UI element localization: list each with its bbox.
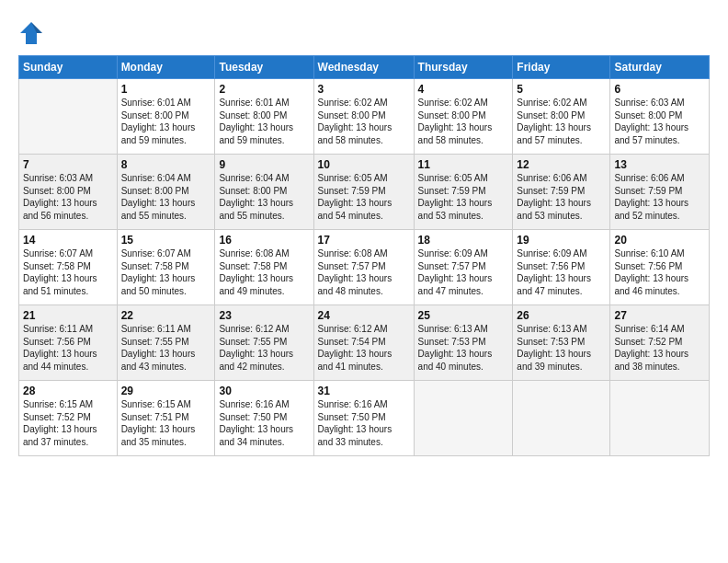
calendar-cell: 30Sunrise: 6:16 AM Sunset: 7:50 PM Dayli… [215, 381, 313, 456]
day-number: 4 [418, 83, 509, 96]
day-info: Sunrise: 6:15 AM Sunset: 7:51 PM Dayligh… [121, 398, 211, 448]
day-info: Sunrise: 6:05 AM Sunset: 7:59 PM Dayligh… [318, 172, 410, 222]
day-info: Sunrise: 6:08 AM Sunset: 7:58 PM Dayligh… [219, 247, 309, 297]
day-number: 29 [121, 385, 211, 397]
weekday-header-tuesday: Tuesday [215, 56, 313, 79]
day-info: Sunrise: 6:12 AM Sunset: 7:55 PM Dayligh… [219, 323, 309, 373]
day-number: 12 [517, 158, 606, 171]
calendar-cell: 28Sunrise: 6:15 AM Sunset: 7:52 PM Dayli… [19, 381, 118, 456]
page: SundayMondayTuesdayWednesdayThursdayFrid… [0, 0, 728, 465]
calendar-cell: 29Sunrise: 6:15 AM Sunset: 7:51 PM Dayli… [117, 381, 215, 456]
calendar-cell: 16Sunrise: 6:08 AM Sunset: 7:58 PM Dayli… [215, 230, 313, 305]
day-info: Sunrise: 6:03 AM Sunset: 8:00 PM Dayligh… [614, 97, 705, 146]
calendar-cell: 23Sunrise: 6:12 AM Sunset: 7:55 PM Dayli… [215, 305, 313, 381]
day-number: 16 [219, 234, 309, 247]
day-info: Sunrise: 6:06 AM Sunset: 7:59 PM Dayligh… [614, 172, 705, 222]
day-number: 21 [23, 309, 113, 322]
day-number: 23 [219, 309, 309, 322]
calendar-cell: 7Sunrise: 6:03 AM Sunset: 8:00 PM Daylig… [19, 155, 118, 230]
weekday-header-row: SundayMondayTuesdayWednesdayThursdayFrid… [19, 56, 710, 79]
weekday-header-monday: Monday [117, 56, 215, 79]
weekday-header-saturday: Saturday [610, 56, 710, 79]
day-number: 17 [318, 234, 410, 247]
calendar-cell: 5Sunrise: 6:02 AM Sunset: 8:00 PM Daylig… [513, 79, 610, 155]
day-number: 28 [23, 385, 113, 397]
day-number: 2 [219, 83, 309, 96]
day-number: 1 [121, 83, 211, 96]
day-info: Sunrise: 6:07 AM Sunset: 7:58 PM Dayligh… [121, 247, 211, 297]
day-number: 6 [614, 83, 705, 96]
week-row-1: 1Sunrise: 6:01 AM Sunset: 8:00 PM Daylig… [19, 79, 710, 155]
day-number: 7 [23, 158, 113, 171]
day-number: 26 [517, 309, 606, 322]
day-info: Sunrise: 6:02 AM Sunset: 8:00 PM Dayligh… [318, 97, 410, 146]
calendar-cell: 11Sunrise: 6:05 AM Sunset: 7:59 PM Dayli… [414, 155, 513, 230]
day-info: Sunrise: 6:10 AM Sunset: 7:56 PM Dayligh… [614, 247, 705, 297]
day-info: Sunrise: 6:11 AM Sunset: 7:56 PM Dayligh… [23, 323, 113, 373]
week-row-2: 7Sunrise: 6:03 AM Sunset: 8:00 PM Daylig… [19, 155, 710, 230]
calendar-cell: 1Sunrise: 6:01 AM Sunset: 8:00 PM Daylig… [117, 79, 215, 155]
day-info: Sunrise: 6:07 AM Sunset: 7:58 PM Dayligh… [23, 247, 113, 297]
day-number: 27 [614, 309, 705, 322]
day-number: 20 [614, 234, 705, 247]
calendar-cell: 6Sunrise: 6:03 AM Sunset: 8:00 PM Daylig… [610, 79, 710, 155]
day-number: 24 [318, 309, 410, 322]
weekday-header-friday: Friday [513, 56, 610, 79]
day-info: Sunrise: 6:09 AM Sunset: 7:57 PM Dayligh… [418, 247, 509, 297]
day-info: Sunrise: 6:16 AM Sunset: 7:50 PM Dayligh… [318, 398, 410, 448]
day-number: 8 [121, 158, 211, 171]
calendar-cell: 19Sunrise: 6:09 AM Sunset: 7:56 PM Dayli… [513, 230, 610, 305]
weekday-header-thursday: Thursday [414, 56, 513, 79]
day-info: Sunrise: 6:01 AM Sunset: 8:00 PM Dayligh… [219, 97, 309, 146]
day-info: Sunrise: 6:04 AM Sunset: 8:00 PM Dayligh… [219, 172, 309, 222]
calendar-cell: 24Sunrise: 6:12 AM Sunset: 7:54 PM Dayli… [313, 305, 414, 381]
day-number: 19 [517, 234, 606, 247]
day-number: 25 [418, 309, 509, 322]
day-info: Sunrise: 6:06 AM Sunset: 7:59 PM Dayligh… [517, 172, 606, 222]
day-number: 18 [418, 234, 509, 247]
day-number: 15 [121, 234, 211, 247]
calendar-cell [513, 381, 610, 456]
calendar-cell [19, 79, 118, 155]
day-info: Sunrise: 6:01 AM Sunset: 8:00 PM Dayligh… [121, 97, 211, 146]
day-number: 22 [121, 309, 211, 322]
calendar-cell: 4Sunrise: 6:02 AM Sunset: 8:00 PM Daylig… [414, 79, 513, 155]
week-row-5: 28Sunrise: 6:15 AM Sunset: 7:52 PM Dayli… [19, 381, 710, 456]
calendar-cell: 22Sunrise: 6:11 AM Sunset: 7:55 PM Dayli… [117, 305, 215, 381]
calendar-cell: 21Sunrise: 6:11 AM Sunset: 7:56 PM Dayli… [19, 305, 118, 381]
weekday-header-wednesday: Wednesday [313, 56, 414, 79]
calendar-cell: 2Sunrise: 6:01 AM Sunset: 8:00 PM Daylig… [215, 79, 313, 155]
calendar-cell: 9Sunrise: 6:04 AM Sunset: 8:00 PM Daylig… [215, 155, 313, 230]
day-number: 9 [219, 158, 309, 171]
calendar-cell: 13Sunrise: 6:06 AM Sunset: 7:59 PM Dayli… [610, 155, 710, 230]
day-number: 10 [318, 158, 410, 171]
day-info: Sunrise: 6:16 AM Sunset: 7:50 PM Dayligh… [219, 398, 309, 448]
calendar-cell: 27Sunrise: 6:14 AM Sunset: 7:52 PM Dayli… [610, 305, 710, 381]
week-row-3: 14Sunrise: 6:07 AM Sunset: 7:58 PM Dayli… [19, 230, 710, 305]
calendar-cell: 10Sunrise: 6:05 AM Sunset: 7:59 PM Dayli… [313, 155, 414, 230]
calendar-cell: 25Sunrise: 6:13 AM Sunset: 7:53 PM Dayli… [414, 305, 513, 381]
calendar-cell: 18Sunrise: 6:09 AM Sunset: 7:57 PM Dayli… [414, 230, 513, 305]
day-number: 31 [318, 385, 410, 397]
day-info: Sunrise: 6:11 AM Sunset: 7:55 PM Dayligh… [121, 323, 211, 373]
day-number: 13 [614, 158, 705, 171]
calendar-cell [610, 381, 710, 456]
day-info: Sunrise: 6:03 AM Sunset: 8:00 PM Dayligh… [23, 172, 113, 222]
calendar-cell: 26Sunrise: 6:13 AM Sunset: 7:53 PM Dayli… [513, 305, 610, 381]
calendar-cell: 8Sunrise: 6:04 AM Sunset: 8:00 PM Daylig… [117, 155, 215, 230]
day-info: Sunrise: 6:05 AM Sunset: 7:59 PM Dayligh… [418, 172, 509, 222]
day-info: Sunrise: 6:12 AM Sunset: 7:54 PM Dayligh… [318, 323, 410, 373]
calendar-cell: 3Sunrise: 6:02 AM Sunset: 8:00 PM Daylig… [313, 79, 414, 155]
day-info: Sunrise: 6:02 AM Sunset: 8:00 PM Dayligh… [418, 97, 509, 146]
day-info: Sunrise: 6:15 AM Sunset: 7:52 PM Dayligh… [23, 398, 113, 448]
day-info: Sunrise: 6:09 AM Sunset: 7:56 PM Dayligh… [517, 247, 606, 297]
calendar-table: SundayMondayTuesdayWednesdayThursdayFrid… [18, 55, 710, 456]
logo [18, 20, 48, 46]
week-row-4: 21Sunrise: 6:11 AM Sunset: 7:56 PM Dayli… [19, 305, 710, 381]
day-info: Sunrise: 6:04 AM Sunset: 8:00 PM Dayligh… [121, 172, 211, 222]
day-info: Sunrise: 6:13 AM Sunset: 7:53 PM Dayligh… [517, 323, 606, 373]
day-number: 3 [318, 83, 410, 96]
calendar-cell: 20Sunrise: 6:10 AM Sunset: 7:56 PM Dayli… [610, 230, 710, 305]
day-number: 11 [418, 158, 509, 171]
calendar-cell: 15Sunrise: 6:07 AM Sunset: 7:58 PM Dayli… [117, 230, 215, 305]
